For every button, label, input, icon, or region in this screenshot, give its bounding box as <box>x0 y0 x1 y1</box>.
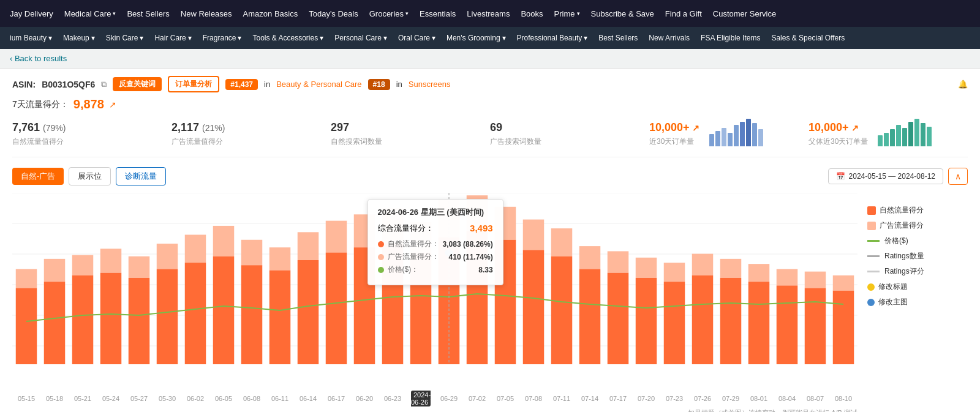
subnav-personal-care[interactable]: Personal Care ▾ <box>330 27 392 49</box>
category-link-1[interactable]: Beauty & Personal Care <box>276 80 361 89</box>
metric-value-4: 69 <box>490 121 639 134</box>
nav-customer-service[interactable]: Customer Service <box>708 0 781 27</box>
subnav-professional-beauty[interactable]: Professional Beauty ▾ <box>512 27 593 49</box>
subnav-mens-grooming[interactable]: Men's Grooming ▾ <box>442 27 511 49</box>
mini-chart-1 <box>709 122 763 146</box>
svg-rect-14 <box>129 257 150 278</box>
order-analysis-button[interactable]: 订单量分析 <box>168 76 219 92</box>
legend-ratings-score: Ratings评分 <box>867 266 956 277</box>
tooltip-dot-organic <box>378 241 384 247</box>
settings-icon[interactable]: 🔔 <box>958 80 968 89</box>
rank-in-label-2: in <box>396 80 402 89</box>
subnav-tools-accessories[interactable]: Tools & Accessories ▾ <box>247 27 328 49</box>
date-range-picker[interactable]: 📅 2024-05-15 — 2024-08-12 <box>828 168 943 184</box>
mini-chart-2 <box>878 122 932 146</box>
nav-amazon-basics[interactable]: Amazon Basics <box>238 0 303 27</box>
x-label-28: 08-07 <box>801 395 829 402</box>
chart-legend: 自然流量得分 广告流量得分 价格($) Ratings数量 Ratings评分 … <box>858 193 956 389</box>
tooltip-val-organic: 3,083 (88.26%) <box>443 240 493 249</box>
legend-label-ratings-score: Ratings评分 <box>884 266 924 277</box>
asin-row: ASIN: B0031O5QF6 ⧉ 反查关键词 订单量分析 #1,437 in… <box>12 76 968 92</box>
nav-new-releases[interactable]: New Releases <box>176 0 237 27</box>
chart-section: 2024-06-26 星期三 (美西时间) 综合流量得分： 3,493 自然流量… <box>12 193 968 389</box>
legend-line-ratings-count <box>867 255 880 257</box>
svg-rect-24 <box>270 247 291 270</box>
svg-rect-43 <box>523 250 545 364</box>
x-label-0: 05-15 <box>12 395 40 402</box>
copy-icon[interactable]: ⧉ <box>101 80 107 89</box>
nav-find-gift[interactable]: Find a Gift <box>660 0 707 27</box>
svg-rect-45 <box>551 257 573 364</box>
legend-organic: 自然流量得分 <box>867 205 956 215</box>
svg-rect-54 <box>692 254 714 275</box>
metric-label-5: 近30天订单量 <box>649 137 699 147</box>
svg-rect-6 <box>16 269 37 288</box>
metric-label-4: 广告搜索词数量 <box>490 137 639 147</box>
collapse-button[interactable]: ∧ <box>948 168 968 185</box>
date-range-value: 2024-05-15 — 2024-08-12 <box>849 172 935 181</box>
legend-label-image: 修改主图 <box>878 297 908 307</box>
nav-essentials[interactable]: Essentials <box>415 0 461 27</box>
subnav-makeup[interactable]: Makeup ▾ <box>58 27 100 49</box>
metric-organic-keywords: 297 自然搜索词数量 <box>331 121 490 147</box>
tooltip-dot-price <box>378 267 384 273</box>
svg-rect-18 <box>185 234 206 263</box>
chart-tooltip: 2024-06-26 星期三 (美西时间) 综合流量得分： 3,493 自然流量… <box>368 199 503 285</box>
svg-rect-22 <box>241 240 263 265</box>
nav-livestreams[interactable]: Livestreams <box>462 0 514 27</box>
subnav-oral-care[interactable]: Oral Care ▾ <box>393 27 440 49</box>
subnav-fragrance[interactable]: Fragrance ▾ <box>198 27 247 49</box>
svg-rect-48 <box>608 251 629 272</box>
nav-medical-care[interactable]: Medical Care ▾ <box>59 0 121 27</box>
subnav-sales[interactable]: Sales & Special Offers <box>766 27 850 49</box>
tab-organic-ad[interactable]: 自然-广告 <box>12 168 64 185</box>
nav-jay-delivery[interactable]: Jay Delivery <box>5 0 58 27</box>
main-content: ASIN: B0031O5QF6 ⧉ 反查关键词 订单量分析 #1,437 in… <box>0 69 980 412</box>
chevron-down-icon: ▾ <box>577 10 580 17</box>
tab-diagnose-traffic[interactable]: 诊断流量 <box>116 167 166 185</box>
x-label-11: 06-17 <box>322 395 350 402</box>
nav-best-sellers[interactable]: Best Sellers <box>122 0 174 27</box>
nav-groceries[interactable]: Groceries ▾ <box>364 0 413 27</box>
subnav-hair-care[interactable]: Hair Care ▾ <box>149 27 196 49</box>
legend-label-organic: 自然流量得分 <box>880 205 924 215</box>
chevron-down-icon: ▾ <box>91 34 95 42</box>
tooltip-label-ad: 广告流量得分： <box>388 252 445 262</box>
metric-value-2: 2,117 (21%) <box>172 121 321 134</box>
subnav-skin-care[interactable]: Skin Care ▾ <box>101 27 149 49</box>
nav-prime[interactable]: Prime ▾ <box>549 0 585 27</box>
tooltip-price: 价格($)： 8.33 <box>378 264 493 275</box>
svg-rect-58 <box>748 264 770 282</box>
svg-rect-46 <box>579 246 601 269</box>
tab-display-position[interactable]: 展示位 <box>69 167 111 185</box>
traffic-score-row: 7天流量得分： 9,878 ↗ <box>12 97 968 111</box>
nav-subscribe-save[interactable]: Subscribe & Save <box>586 0 659 27</box>
legend-image-change: 修改主图 <box>867 297 956 307</box>
svg-rect-59 <box>748 282 770 364</box>
x-axis: 05-1505-1805-2105-2405-2705-3006-0206-05… <box>12 391 858 406</box>
back-to-results[interactable]: ‹ Back to results <box>0 49 980 69</box>
subnav-premium-beauty[interactable]: ium Beauty ▾ <box>5 27 57 49</box>
nav-todays-deals[interactable]: Today's Deals <box>304 0 363 27</box>
metric-parent-30day-orders: 10,000+ ↗ 父体近30天订单量 <box>809 121 968 147</box>
top-nav: Jay Delivery Medical Care ▾ Best Sellers… <box>0 0 980 27</box>
chevron-down-icon: ▾ <box>502 34 506 42</box>
svg-rect-19 <box>185 263 206 364</box>
subnav-fsa[interactable]: FSA Eligible Items <box>696 27 765 49</box>
subnav-best-sellers[interactable]: Best Sellers <box>594 27 643 49</box>
svg-rect-49 <box>608 273 629 364</box>
svg-rect-7 <box>16 288 37 364</box>
nav-books[interactable]: Books <box>516 0 548 27</box>
traffic-score-label: 7天流量得分： <box>12 99 69 110</box>
svg-rect-47 <box>579 269 601 364</box>
legend-line-price <box>867 240 880 242</box>
reverse-keywords-button[interactable]: 反查关键词 <box>113 77 162 91</box>
svg-rect-15 <box>129 278 150 364</box>
chart-area: 2024-06-26 星期三 (美西时间) 综合流量得分： 3,493 自然流量… <box>12 193 858 389</box>
tooltip-title: 2024-06-26 星期三 (美西时间) <box>378 207 493 218</box>
category-link-2[interactable]: Sunscreens <box>409 80 451 89</box>
subnav-new-arrivals[interactable]: New Arrivals <box>644 27 695 49</box>
metric-30day-orders: 10,000+ ↗ 近30天订单量 <box>649 121 809 147</box>
svg-rect-42 <box>523 220 545 250</box>
footer-note: 如果标题（或首图）连续变动，则可能是在进行 A/B 测试 <box>12 408 968 412</box>
